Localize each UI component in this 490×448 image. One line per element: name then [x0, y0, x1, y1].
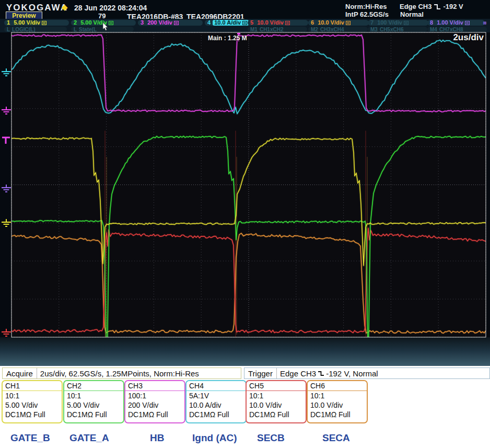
screen-lower-gradient [0, 337, 490, 367]
ch7-number: 7 [370, 20, 374, 26]
vdiv-badge-icon [109, 21, 113, 25]
ch2-vdiv: 5.00 V/div [64, 400, 123, 410]
ch1-scale: 5.00 V/div [14, 20, 40, 26]
trigger-mode-label: Normal [400, 10, 424, 18]
ch7-scale: 100 V/div [377, 20, 402, 26]
ch6-vdiv: 10.0 V/div [308, 400, 367, 410]
vdiv-badge-icon [242, 21, 247, 25]
trigger-status-bar[interactable]: Trigger Edge CH3 -192 V, Normal [244, 367, 490, 379]
ch6-number: 6 [311, 20, 314, 26]
ch1-probe-ratio: 10:1 [3, 391, 62, 400]
ch4-coupling: DC1MΩ Full [186, 410, 246, 419]
trigger-summary: Edge CH3 -192 V [400, 3, 463, 10]
tab-math3[interactable]: M3CH5xCH6 [368, 27, 427, 32]
tab-ch5[interactable]: 510.0 V/div [248, 20, 308, 26]
ch4-probe-ratio: 5A:1V [186, 391, 246, 400]
tab-state[interactable]: LState(L [71, 27, 134, 32]
tab-ch4-selected[interactable]: 410.0 A/div [205, 20, 252, 26]
signal-label-gate-a: GATE_A [69, 432, 109, 444]
ch1-coupling: DC1MΩ Full [3, 410, 62, 419]
vdiv-badge-icon [285, 21, 290, 25]
signal-label-secb: SECB [257, 432, 285, 444]
brand-diamond-icon: ◆ [62, 3, 68, 12]
acquisition-mode-label: Norm:Hi-Res [345, 3, 387, 10]
signal-label-ignd: Ignd (AC) [192, 432, 237, 444]
vdiv-badge-icon [404, 21, 409, 25]
ch6-probe-ratio: 10:1 [308, 391, 367, 400]
signal-label-hb: HB [150, 432, 164, 444]
falling-edge-icon [318, 370, 324, 376]
channel-box-ch3[interactable]: CH3 100:1 200 V/div DC1MΩ Full [124, 380, 185, 423]
timebase-label: 2us/div [453, 32, 484, 43]
vdiv-badge-icon [174, 21, 179, 25]
channel-box-ch6[interactable]: CH6 10:1 10.0 V/div DC1MΩ Full [307, 380, 368, 423]
tab-ch1[interactable]: 15.00 V/div [4, 20, 69, 26]
vdiv-badge-icon [465, 21, 470, 25]
tab-ch3[interactable]: 3200 V/div [138, 20, 203, 26]
ch5-scale: 10.0 V/div [257, 20, 284, 26]
ch6-scale: 10.0 V/div [318, 20, 344, 26]
channel-box-ch4[interactable]: CH4 5A:1V 10.0 A/div DC1MΩ Full [185, 380, 247, 423]
vdiv-badge-icon [346, 21, 351, 25]
tab-ch8[interactable]: 81.00 V/div [427, 20, 485, 26]
tab-ch7[interactable]: 7100 V/div [368, 20, 428, 26]
signal-label-gate-b: GATE_B [10, 432, 50, 444]
oscilloscope-screen: YOKOGAWA ◆ 28 Jun 2022 08:24:04 Preview … [0, 0, 490, 448]
trigger-label: Trigger [244, 368, 277, 378]
ch3-number: 3 [141, 20, 144, 26]
tab-ch6[interactable]: 610.0 V/div [308, 20, 369, 26]
ch3-scale: 200 V/div [147, 20, 172, 26]
trigger-settings-text: Edge CH3 -192 V, Normal [277, 369, 381, 378]
ch4-scale: 10.0 A/div [214, 20, 241, 26]
ch2-number: 2 [74, 20, 77, 26]
ch5-vdiv: 10.0 V/div [247, 400, 306, 410]
acquire-label: Acquire [3, 368, 37, 378]
ch4-adiv: 10.0 A/div [186, 400, 246, 410]
ch5-number: 5 [250, 20, 253, 26]
ch2-coupling: DC1MΩ Full [64, 410, 123, 419]
signal-label-seca: SECA [322, 432, 350, 444]
interp-rate-label: IntP 62.5GS/s [345, 10, 389, 18]
channel-box-ch1[interactable]: CH1 10:1 5.00 V/div DC1MΩ Full [2, 380, 63, 423]
acquire-settings-text: 2us/div, 62.5GS/s, 1.25MPoints, Norm:Hi-… [37, 369, 202, 378]
ch8-scale: 1.00 V/div [437, 20, 463, 26]
ch8-hash-icon: ⌗ [483, 20, 486, 27]
header-bar: YOKOGAWA ◆ 28 Jun 2022 08:24:04 Preview … [0, 0, 490, 32]
record-length-label: Main : 1.25 M [208, 35, 247, 42]
ch5-probe-ratio: 10:1 [247, 391, 306, 400]
mouse-cursor-icon [103, 22, 109, 31]
ch6-coupling: DC1MΩ Full [308, 410, 367, 419]
ch2-probe-ratio: 10:1 [64, 391, 123, 400]
ch5-coupling: DC1MΩ Full [247, 410, 306, 419]
waveform-display [0, 32, 490, 337]
falling-edge-icon [434, 3, 441, 10]
trigger-level-label: -192 V [443, 3, 463, 10]
tab-math4[interactable]: M4CH7xCH8 [427, 27, 487, 32]
datetime-label: 28 Jun 2022 08:24:04 [74, 4, 147, 12]
tab-math1[interactable]: M1CH1xCH2 [248, 27, 307, 32]
trigger-source-label: Edge CH3 [400, 3, 431, 10]
ch1-number: 1 [7, 20, 10, 26]
vdiv-badge-icon [42, 21, 46, 25]
tab-math2[interactable]: M2CH3xCH4 [308, 27, 368, 32]
acquire-status-bar[interactable]: Acquire 2us/div, 62.5GS/s, 1.25MPoints, … [2, 367, 241, 379]
ch3-vdiv: 200 V/div [125, 400, 184, 410]
ch3-coupling: DC1MΩ Full [125, 410, 184, 419]
channel-tab-strip: 15.00 V/div 25.00 V/div 3200 V/div 410.0… [0, 19, 490, 32]
ch8-number: 8 [430, 20, 433, 26]
ch1-vdiv: 5.00 V/div [3, 400, 62, 410]
tab-logic[interactable]: LLOGIC(L) [4, 27, 67, 32]
channel-box-ch5[interactable]: CH5 10:1 10.0 V/div DC1MΩ Full [246, 380, 307, 423]
channel-box-ch2[interactable]: CH2 10:1 5.00 V/div DC1MΩ Full [63, 380, 124, 423]
ch3-probe-ratio: 100:1 [125, 391, 184, 400]
ch4-number: 4 [207, 20, 211, 26]
